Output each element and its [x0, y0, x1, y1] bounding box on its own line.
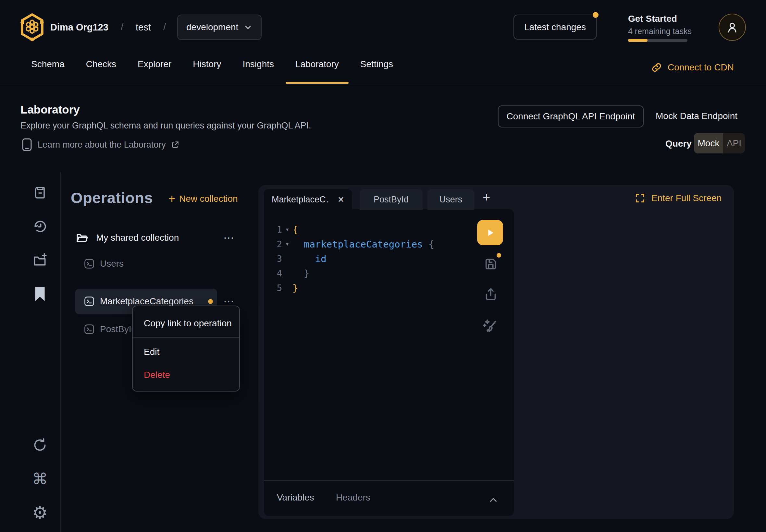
operation-menu-button[interactable]: ⋯: [223, 296, 235, 307]
progress-fill: [628, 39, 648, 42]
chevron-down-icon: [243, 23, 252, 32]
code-text: }: [292, 268, 309, 279]
operation-name: Users: [100, 259, 124, 269]
query-label: Query: [665, 139, 692, 149]
line-number: 2: [267, 239, 282, 249]
code-text: id: [292, 253, 326, 264]
code-line[interactable]: 1▾{: [267, 222, 475, 237]
operation-icon: [84, 258, 95, 269]
fullscreen-icon: [635, 193, 646, 204]
graphos-logo[interactable]: [19, 12, 45, 43]
add-tab-button[interactable]: +: [483, 191, 490, 204]
connect-to-cdn-link[interactable]: Connect to CDN: [651, 62, 734, 73]
code-line[interactable]: 4 }: [267, 266, 475, 281]
variant-selector[interactable]: development: [177, 15, 261, 40]
query-editor[interactable]: 1▾{2▾ marketplaceCategories {3 id4 }5}: [264, 209, 514, 516]
page-title: Laboratory: [20, 103, 80, 116]
tab-insights[interactable]: Insights: [233, 59, 284, 84]
sync-icon: [32, 437, 48, 453]
menu-item-copy-link[interactable]: Copy link to operation: [144, 318, 232, 329]
editor-tab-label: MarketplaceC…: [272, 195, 329, 205]
enter-full-screen-button[interactable]: Enter Full Screen: [635, 193, 722, 204]
close-tab-icon[interactable]: ✕: [337, 195, 344, 204]
new-collection-button[interactable]: + New collection: [168, 192, 238, 206]
toggle-option-mock[interactable]: Mock: [694, 133, 723, 153]
fold-arrow-icon[interactable]: ▾: [282, 241, 292, 247]
tab-checks[interactable]: Checks: [76, 59, 126, 84]
learn-more-link[interactable]: Learn more about the Laboratory: [21, 138, 179, 151]
collection-menu-button[interactable]: ⋯: [223, 232, 235, 243]
code-line[interactable]: 3 id: [267, 251, 475, 266]
toggle-option-api[interactable]: API: [723, 133, 745, 153]
share-operation-button[interactable]: [482, 285, 500, 303]
collapse-panel-button[interactable]: [488, 494, 499, 505]
save-icon: [483, 257, 498, 272]
new-collection-label: New collection: [179, 194, 238, 204]
latest-changes-notification-dot: [593, 12, 599, 18]
breadcrumb-graph[interactable]: test: [136, 22, 151, 33]
rail-sync-button[interactable]: [31, 436, 49, 454]
code-line[interactable]: 2▾ marketplaceCategories {: [267, 237, 475, 251]
variables-tab[interactable]: Variables: [277, 492, 314, 503]
operations-title: Operations: [71, 189, 153, 207]
bookmark-icon: [33, 286, 47, 302]
command-icon: ⌘: [32, 471, 48, 487]
fold-arrow-icon[interactable]: ▾: [282, 226, 292, 233]
rail-new-collection-button[interactable]: [31, 251, 49, 269]
code-line[interactable]: 5}: [267, 281, 475, 295]
latest-changes-button[interactable]: Latest changes: [514, 15, 597, 40]
code-text: marketplaceCategories {: [292, 239, 434, 250]
prettify-button[interactable]: [481, 317, 499, 335]
editor-tab-marketplacecategories[interactable]: MarketplaceC… ✕: [264, 189, 352, 210]
honeycomb-logo-icon: [19, 12, 45, 43]
page-description: Explore your GraphQL schema and run quer…: [20, 121, 311, 131]
editor-footer-divider: [264, 480, 514, 481]
get-started-title[interactable]: Get Started: [628, 14, 677, 24]
gear-icon: ⚙: [32, 504, 48, 521]
menu-item-edit[interactable]: Edit: [144, 347, 159, 357]
editor-tab-label: PostById: [373, 195, 409, 205]
plus-icon: +: [168, 192, 175, 206]
rail-saved-operations-button[interactable]: [31, 285, 49, 303]
rail-shortcuts-button[interactable]: ⌘: [31, 470, 49, 488]
query-mode-toggle: Mock API: [694, 133, 745, 153]
menu-item-delete[interactable]: Delete: [144, 370, 170, 380]
connect-endpoint-button[interactable]: Connect GraphQL API Endpoint: [498, 105, 644, 127]
operation-name: MarketplaceCategories: [100, 296, 193, 307]
tab-schema[interactable]: Schema: [21, 59, 74, 84]
code-lines: 1▾{2▾ marketplaceCategories {3 id4 }5}: [267, 222, 475, 295]
run-query-button[interactable]: [477, 220, 503, 245]
rail-settings-button[interactable]: ⚙: [31, 504, 49, 521]
tab-history[interactable]: History: [183, 59, 231, 84]
rail-documentation-button[interactable]: [31, 184, 49, 201]
learn-more-label: Learn more about the Laboratory: [38, 140, 166, 150]
tab-explorer[interactable]: Explorer: [128, 59, 181, 84]
person-icon: [725, 20, 739, 34]
clean-broom-icon: [481, 317, 499, 335]
enter-full-screen-label: Enter Full Screen: [651, 193, 722, 203]
primary-nav: Schema Checks Explorer History Insights …: [21, 59, 403, 84]
chevron-up-icon: [488, 494, 499, 505]
breadcrumb-org[interactable]: Dima Org123: [50, 22, 108, 33]
rail-history-button[interactable]: [31, 218, 49, 235]
operation-row-users[interactable]: Users: [75, 253, 212, 274]
app-window: Dima Org123 / test / development Latest …: [0, 0, 766, 532]
link-icon: [651, 62, 663, 73]
operation-context-menu: Copy link to operation Edit Delete: [132, 306, 240, 392]
nav-divider: [0, 84, 766, 84]
user-avatar[interactable]: [719, 14, 746, 41]
operation-icon: [84, 324, 95, 335]
editor-tab-postbyid[interactable]: PostById: [359, 189, 423, 210]
external-link-icon: [171, 140, 179, 149]
mock-data-endpoint-link[interactable]: Mock Data Endpoint: [656, 111, 737, 121]
collection-row[interactable]: My shared collection: [75, 227, 233, 248]
editor-tab-users[interactable]: Users: [428, 189, 474, 210]
tab-settings[interactable]: Settings: [350, 59, 403, 84]
history-icon: [32, 218, 48, 235]
operation-name: PostById: [100, 324, 136, 334]
tab-laboratory[interactable]: Laboratory: [286, 59, 348, 84]
save-operation-button[interactable]: [482, 255, 500, 273]
menu-divider: [133, 337, 239, 338]
line-number: 1: [267, 224, 282, 235]
headers-tab[interactable]: Headers: [336, 492, 370, 503]
